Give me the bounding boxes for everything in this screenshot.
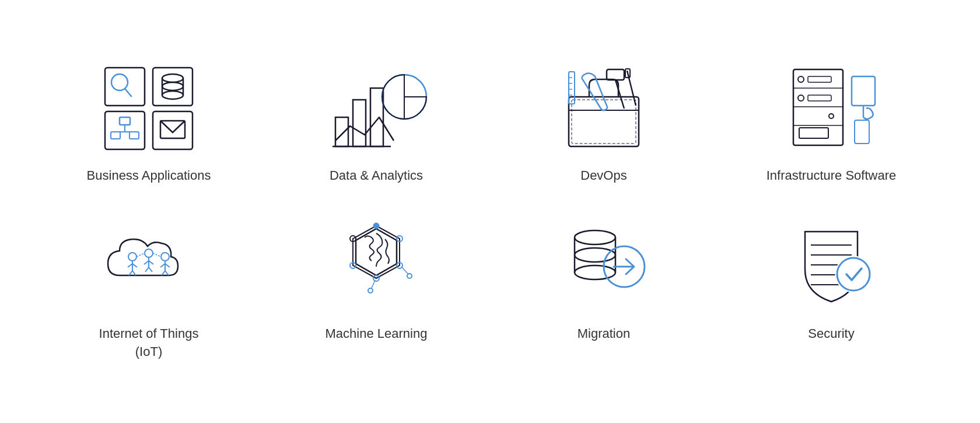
svg-line-26 (615, 80, 624, 109)
svg-rect-19 (370, 88, 383, 146)
machine-learning-label: Machine Learning (326, 325, 428, 343)
machine-learning-icon (324, 220, 429, 313)
svg-point-4 (162, 74, 183, 82)
business-applications-icon (96, 62, 201, 155)
svg-line-55 (144, 261, 149, 264)
svg-rect-24 (572, 100, 636, 144)
svg-point-8 (162, 82, 183, 90)
svg-point-7 (162, 91, 183, 99)
infrastructure-software-icon (779, 62, 884, 155)
data-analytics-label: Data & Analytics (330, 167, 423, 185)
svg-rect-22 (569, 97, 639, 146)
svg-rect-17 (335, 117, 348, 146)
svg-rect-34 (793, 69, 843, 145)
svg-point-53 (145, 249, 153, 257)
category-item-security[interactable]: Security (729, 220, 933, 361)
svg-point-1 (111, 74, 128, 90)
category-item-devops[interactable]: DevOps (502, 62, 706, 185)
category-item-business-applications[interactable]: Business Applications (47, 62, 251, 185)
devops-label: DevOps (580, 167, 626, 185)
infrastructure-software-label: Infrastructure Software (766, 167, 897, 185)
svg-rect-0 (105, 68, 145, 106)
svg-line-49 (128, 264, 132, 267)
business-applications-label: Business Applications (87, 167, 211, 185)
svg-line-50 (132, 264, 137, 267)
category-item-machine-learning[interactable]: Machine Learning (274, 220, 478, 361)
migration-icon (551, 220, 656, 313)
svg-rect-41 (808, 95, 831, 101)
svg-line-57 (145, 267, 149, 272)
svg-rect-43 (799, 128, 828, 138)
svg-line-58 (149, 267, 152, 272)
svg-line-56 (149, 261, 153, 264)
security-icon (779, 220, 884, 313)
security-label: Security (808, 325, 854, 343)
svg-rect-10 (120, 117, 130, 125)
svg-line-2 (125, 89, 131, 96)
svg-line-65 (136, 253, 145, 257)
iot-icon (96, 220, 201, 313)
svg-rect-29 (569, 72, 575, 104)
category-item-iot[interactable]: Internet of Things(IoT) (47, 220, 251, 361)
svg-point-92 (836, 257, 871, 292)
svg-point-77 (368, 288, 373, 293)
svg-rect-25 (607, 69, 624, 80)
svg-point-75 (407, 274, 412, 278)
devops-icon (551, 62, 656, 155)
svg-rect-18 (353, 100, 366, 146)
svg-rect-13 (111, 132, 120, 139)
svg-rect-15 (153, 111, 192, 149)
svg-point-38 (798, 76, 804, 82)
category-item-data-analytics[interactable]: Data & Analytics (274, 62, 478, 185)
svg-line-66 (153, 253, 161, 257)
svg-point-40 (798, 95, 804, 101)
data-analytics-icon (324, 62, 429, 155)
svg-rect-39 (808, 76, 831, 82)
category-item-infrastructure-software[interactable]: Infrastructure Software (729, 62, 933, 185)
svg-point-59 (161, 253, 169, 261)
svg-line-62 (165, 264, 170, 267)
category-grid: Business Applications Data & Analyti (0, 39, 980, 384)
svg-point-78 (575, 230, 615, 244)
svg-line-76 (372, 280, 375, 288)
svg-point-47 (128, 253, 136, 261)
svg-point-42 (829, 114, 834, 118)
svg-rect-14 (130, 132, 139, 139)
svg-rect-44 (852, 76, 875, 106)
svg-line-74 (401, 267, 408, 274)
svg-point-84 (575, 265, 615, 279)
migration-label: Migration (578, 325, 630, 343)
category-item-migration[interactable]: Migration (502, 220, 706, 361)
svg-rect-46 (855, 120, 869, 144)
svg-line-61 (160, 264, 165, 267)
svg-line-27 (627, 71, 636, 106)
iot-label: Internet of Things(IoT) (99, 325, 199, 361)
svg-point-81 (575, 248, 615, 262)
